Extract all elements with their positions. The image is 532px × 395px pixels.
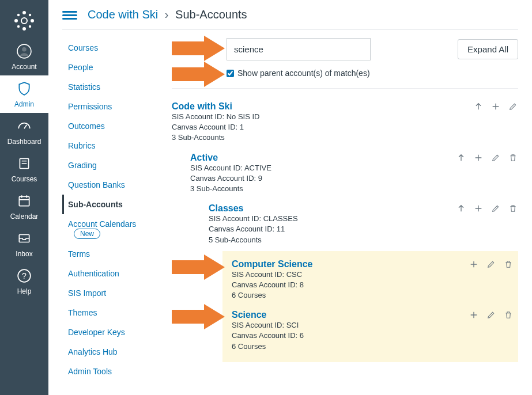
show-parent-label: Show parent account(s) of match(es) <box>237 69 370 78</box>
annotation-arrow <box>172 62 225 87</box>
collapse-icon[interactable] <box>456 153 466 163</box>
account-subcount: 3 Sub-Accounts <box>190 184 456 194</box>
account-nav-label: Developer Keys <box>68 328 125 337</box>
nav-label: Dashboard <box>0 138 48 146</box>
annotation-arrow <box>172 36 225 61</box>
breadcrumb: Code with Ski › Sub-Accounts <box>88 8 247 21</box>
add-icon[interactable] <box>473 203 484 214</box>
nav-label: Calendar <box>0 212 48 221</box>
collapse-icon[interactable] <box>473 101 484 112</box>
account-nav-item[interactable]: Grading <box>62 155 154 175</box>
account-title[interactable]: Science <box>232 310 469 320</box>
account-coursecount: 6 Courses <box>232 290 469 301</box>
svg-point-0 <box>22 11 26 14</box>
add-icon[interactable] <box>469 259 479 269</box>
delete-icon[interactable] <box>508 203 518 214</box>
shield-icon <box>0 81 48 98</box>
show-parent-checkbox[interactable] <box>227 70 234 77</box>
chevron-right-icon: › <box>165 8 169 21</box>
account-nav-item[interactable]: Sub-Accounts <box>62 195 154 214</box>
help-icon: ? <box>0 268 48 285</box>
account-nav-item[interactable]: Outcomes <box>62 116 154 136</box>
account-nav-item[interactable]: Statistics <box>62 77 154 97</box>
user-icon <box>0 44 48 60</box>
account-node-root: Code with Ski SIS Account ID: No SIS ID … <box>172 98 518 149</box>
account-sis-id: SIS Account ID: CLASSES <box>209 214 456 224</box>
nav-dashboard[interactable]: Dashboard <box>0 113 48 150</box>
account-nav-item[interactable]: SIS Import <box>62 283 154 303</box>
edit-icon[interactable] <box>486 259 496 269</box>
svg-marker-25 <box>172 304 225 329</box>
breadcrumb-root[interactable]: Code with Ski <box>88 8 158 21</box>
account-nav-item[interactable]: Admin Tools <box>62 362 154 381</box>
collapse-icon[interactable] <box>456 203 466 214</box>
svg-rect-15 <box>19 196 29 206</box>
account-nav-item[interactable]: Permissions <box>62 97 154 116</box>
nav-admin[interactable]: Admin <box>0 75 48 113</box>
account-nav-item[interactable]: Terms <box>62 244 154 264</box>
account-nav: CoursesPeopleStatisticsPermissionsOutcom… <box>62 38 154 381</box>
account-nav-label: Admin Tools <box>68 367 112 376</box>
account-nav-item[interactable]: Developer Keys <box>62 322 154 342</box>
account-nav-item[interactable]: Question Banks <box>62 175 154 195</box>
expand-all-button[interactable]: Expand All <box>458 39 518 59</box>
account-nav-item[interactable]: Authentication <box>62 264 154 283</box>
account-canvas-id: Canvas Account ID: 1 <box>172 122 473 132</box>
add-icon[interactable] <box>473 153 484 163</box>
gauge-icon <box>0 119 48 135</box>
hamburger-menu[interactable] <box>62 9 77 21</box>
nav-label: Account <box>0 63 48 71</box>
nav-account[interactable]: Account <box>0 38 48 75</box>
delete-icon[interactable] <box>503 259 514 269</box>
svg-point-3 <box>31 19 34 22</box>
annotation-arrow <box>172 304 225 329</box>
account-title[interactable]: Classes <box>209 203 456 214</box>
edit-icon[interactable] <box>491 153 501 163</box>
account-subcount: 5 Sub-Accounts <box>209 235 456 245</box>
edit-icon[interactable] <box>491 203 501 214</box>
account-canvas-id: Canvas Account ID: 6 <box>232 331 469 341</box>
add-icon[interactable] <box>491 101 501 112</box>
account-coursecount: 6 Courses <box>232 341 469 352</box>
nav-inbox[interactable]: Inbox <box>0 225 48 263</box>
breadcrumb-current: Sub-Accounts <box>175 8 247 21</box>
account-nav-item[interactable]: Rubrics <box>62 136 154 155</box>
book-icon <box>0 156 48 173</box>
account-nav-label: Statistics <box>68 82 100 92</box>
account-nav-item[interactable]: Analytics Hub <box>62 342 154 362</box>
account-sis-id: SIS Account ID: SCI <box>232 320 469 331</box>
edit-icon[interactable] <box>486 310 496 320</box>
account-nav-label: Question Banks <box>68 180 125 189</box>
account-nav-label: Outcomes <box>68 121 105 131</box>
svg-point-2 <box>14 19 18 22</box>
svg-text:?: ? <box>22 271 27 280</box>
svg-point-8 <box>21 18 27 24</box>
account-nav-item[interactable]: Account CalendarsNew <box>62 214 154 244</box>
account-node-compsci: Computer Science SIS Account ID: CSC Can… <box>232 256 514 307</box>
delete-icon[interactable] <box>503 310 514 320</box>
account-title[interactable]: Computer Science <box>232 259 469 269</box>
account-title[interactable]: Code with Ski <box>172 101 473 112</box>
delete-icon[interactable] <box>508 153 518 163</box>
svg-line-11 <box>24 125 27 129</box>
account-nav-item[interactable]: Courses <box>62 38 154 58</box>
account-nav-label: Terms <box>68 249 90 259</box>
nav-label: Admin <box>0 100 48 108</box>
account-nav-item[interactable]: Themes <box>62 303 154 322</box>
nav-help[interactable]: ? Help <box>0 263 48 300</box>
account-nav-label: Grading <box>68 161 97 170</box>
account-nav-label: People <box>68 63 93 72</box>
account-node-active: Active SIS Account ID: ACTIVE Canvas Acc… <box>190 149 518 200</box>
inbox-icon <box>0 231 48 248</box>
search-input[interactable] <box>227 38 371 60</box>
svg-marker-23 <box>172 62 225 87</box>
account-title[interactable]: Active <box>190 153 456 163</box>
nav-calendar[interactable]: Calendar <box>0 188 48 225</box>
annotation-arrow <box>172 255 225 280</box>
edit-icon[interactable] <box>508 101 518 112</box>
add-icon[interactable] <box>469 310 479 320</box>
account-nav-label: Account Calendars <box>68 219 136 229</box>
svg-point-6 <box>17 25 20 28</box>
account-nav-item[interactable]: People <box>62 58 154 77</box>
nav-courses[interactable]: Courses <box>0 150 48 188</box>
